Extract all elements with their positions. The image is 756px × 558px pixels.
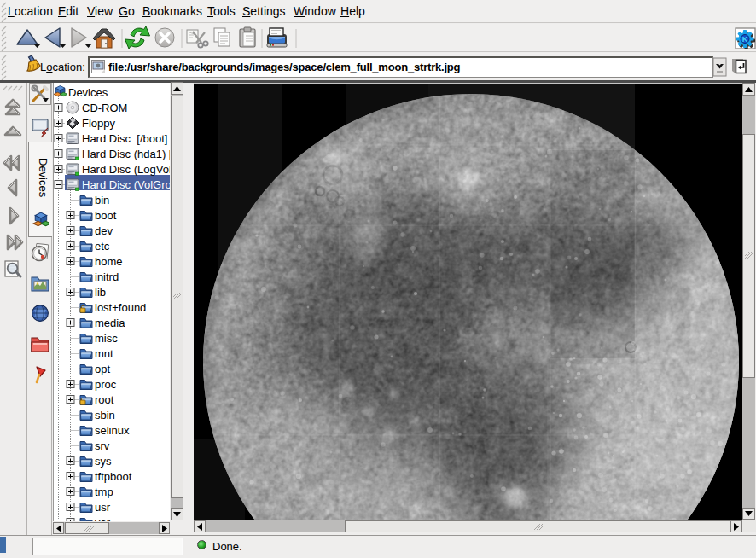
- svg-text:srv: srv: [95, 439, 110, 452]
- svg-text:misc: misc: [95, 332, 118, 345]
- svg-text:sbin: sbin: [95, 409, 115, 421]
- svg-text:K: K: [742, 35, 748, 44]
- svg-text:dev: dev: [95, 224, 113, 237]
- svg-text:lib: lib: [95, 286, 106, 299]
- svg-text:root: root: [95, 393, 114, 406]
- svg-text:Devices: Devices: [68, 86, 108, 99]
- svg-text:sys: sys: [95, 455, 112, 468]
- svg-text:selinux: selinux: [95, 424, 130, 437]
- svg-text:opt: opt: [95, 363, 110, 375]
- svg-text:Hard Disc (VolGrou: Hard Disc (VolGrou: [82, 178, 170, 191]
- svg-text:home: home: [95, 255, 123, 268]
- svg-text:Floppy: Floppy: [82, 117, 116, 130]
- svg-text:media: media: [95, 317, 125, 329]
- svg-text:tftpboot: tftpboot: [95, 470, 132, 483]
- svg-text:lost+found: lost+found: [95, 301, 146, 314]
- svg-text:usr: usr: [95, 501, 111, 514]
- svg-text:Hard Disc [/boot]: Hard Disc [/boot]: [82, 132, 167, 145]
- svg-text:bin: bin: [95, 194, 109, 206]
- svg-text:boot: boot: [95, 209, 117, 222]
- svg-text:CD-ROM: CD-ROM: [82, 102, 127, 114]
- svg-text:tmp: tmp: [95, 485, 113, 498]
- svg-text:proc: proc: [95, 378, 117, 391]
- svg-text:etc: etc: [95, 240, 110, 253]
- svg-text:Hard Disc (hda1) [/: Hard Disc (hda1) [/: [82, 148, 170, 160]
- svg-text:initrd: initrd: [95, 270, 119, 283]
- svg-text:var: var: [95, 516, 111, 521]
- svg-text:Hard Disc (LogVol0: Hard Disc (LogVol0: [82, 163, 170, 176]
- svg-text:mnt: mnt: [95, 347, 113, 360]
